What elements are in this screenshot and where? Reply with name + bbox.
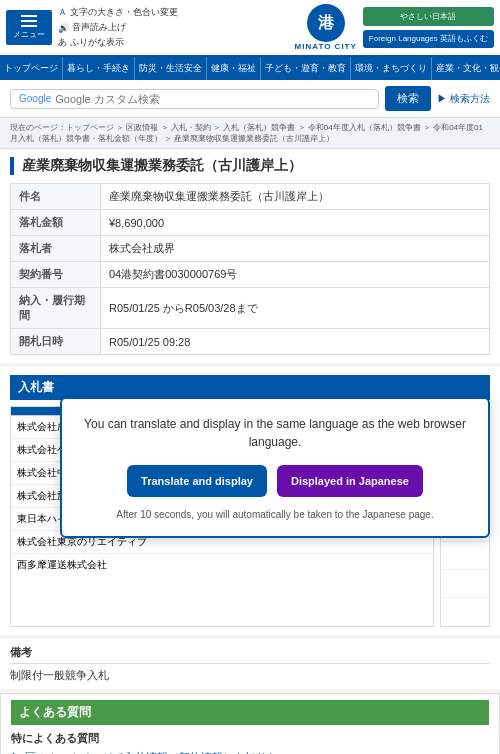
label-date: 開札日時 <box>11 329 101 355</box>
list-item: 西多摩運送株式会社 <box>11 554 433 576</box>
search-button[interactable]: 検索 <box>385 86 431 111</box>
value-date: R05/01/25 09:28 <box>101 329 490 355</box>
logo-subtitle: MINATO CITY <box>295 42 357 51</box>
nav-item-children[interactable]: 子ども・遊育・教育 <box>261 57 351 80</box>
page-header: メニュー Ａ 文字の大きさ・色合い変更 🔊 音声読み上げ あ ふりがな表示 港 … <box>0 0 500 57</box>
nav-item-environment[interactable]: 環境・まちづくり <box>351 57 432 80</box>
menu-button[interactable]: メニュー <box>6 10 52 45</box>
header-controls: Ａ 文字の大きさ・色合い変更 🔊 音声読み上げ あ ふりがな表示 <box>58 6 289 49</box>
label-name: 件名 <box>11 184 101 210</box>
search-method-link[interactable]: ▶ 検索方法 <box>437 92 490 106</box>
table-row: 納入・履行期間 R05/01/25 からR05/03/28まで <box>11 288 490 329</box>
label-period: 納入・履行期間 <box>11 288 101 329</box>
bid-section: 入札書 株式会社成界 株式会社ケイミックス 株式会社中田廃棄 渋谷支店 株式会社… <box>0 367 500 635</box>
nav-item-health[interactable]: 健康・福祉 <box>207 57 261 80</box>
value-contract: 04港契約書0030000769号 <box>101 262 490 288</box>
modal-message: You can translate and display in the sam… <box>78 415 472 451</box>
displayed-in-japanese-button[interactable]: Displayed in Japanese <box>277 465 423 497</box>
info-table: 件名 産業廃棄物収集運搬業務委託（古川護岸上） 落札金額 ¥8,690,000 … <box>10 183 490 355</box>
remarks-value: 制限付一般競争入札 <box>10 668 490 683</box>
breadcrumb: 現在のページ：トップページ ＞ 区政情報 ＞ 入札・契約 ＞ 入札（落札）競争書… <box>0 118 500 149</box>
modal-note: After 10 seconds, you will automatically… <box>78 509 472 520</box>
nav-item-top[interactable]: トップページ <box>0 57 63 80</box>
translate-display-button[interactable]: Translate and display <box>127 465 267 497</box>
logo-emblem: 港 <box>307 4 345 42</box>
faq-link-1[interactable]: ▶ 区のホームページで入札情報（契約情報）を知りたい。 <box>11 750 489 754</box>
translation-modal: You can translate and display in the sam… <box>60 397 490 538</box>
furigana-btn[interactable]: あ ふりがな表示 <box>58 36 289 49</box>
value-period: R05/01/25 からR05/03/28まで <box>101 288 490 329</box>
jp-lang-btn[interactable]: やさしい日本語 <box>363 7 494 26</box>
search-input[interactable] <box>55 93 370 105</box>
table-row: 件名 産業廃棄物収集運搬業務委託（古川護岸上） <box>11 184 490 210</box>
table-row: 落札金額 ¥8,690,000 <box>11 210 490 236</box>
remarks-title: 備考 <box>10 645 490 664</box>
label-winner: 落札者 <box>11 236 101 262</box>
table-row: 落札者 株式会社成界 <box>11 236 490 262</box>
label-contract: 契約番号 <box>11 262 101 288</box>
table-row: 開札日時 R05/01/25 09:28 <box>11 329 490 355</box>
modal-buttons: Translate and display Displayed in Japan… <box>78 465 472 497</box>
furigana-icon: あ <box>58 36 67 49</box>
search-input-wrap: Google <box>10 89 379 109</box>
table-row: 契約番号 04港契約書0030000769号 <box>11 262 490 288</box>
google-label: Google <box>19 93 51 104</box>
main-nav: トップページ 暮らし・手続き 防災・生活安全 健康・福祉 子ども・遊育・教育 環… <box>0 57 500 80</box>
font-icon: Ａ <box>58 6 67 19</box>
language-buttons: やさしい日本語 Foreign Languages 英語もふくむ <box>363 7 494 48</box>
page-title: 産業廃棄物収集運搬業務委託（古川護岸上） <box>10 157 490 175</box>
foreign-lang-btn[interactable]: Foreign Languages 英語もふくむ <box>363 30 494 48</box>
menu-label: メニュー <box>13 29 45 40</box>
label-price: 落札金額 <box>11 210 101 236</box>
search-bar: Google 検索 ▶ 検索方法 <box>0 80 500 118</box>
value-name: 産業廃棄物収集運搬業務委託（古川護岸上） <box>101 184 490 210</box>
font-change-btn[interactable]: Ａ 文字の大きさ・色合い変更 <box>58 6 289 19</box>
value-price: ¥8,690,000 <box>101 210 490 236</box>
faq-label: 特によくある質問 <box>11 731 489 746</box>
faq-title: よくある質問 <box>11 700 489 725</box>
faq-section: よくある質問 特によくある質問 ▶ 区のホームページで入札情報（契約情報）を知り… <box>0 693 500 754</box>
nav-item-industry[interactable]: 産業・文化・観光 <box>432 57 500 80</box>
audio-btn[interactable]: 🔊 音声読み上げ <box>58 21 289 34</box>
audio-icon: 🔊 <box>58 23 69 33</box>
nav-item-life[interactable]: 暮らし・手続き <box>63 57 135 80</box>
hamburger-icon <box>21 15 37 27</box>
page-content: 産業廃棄物収集運搬業務委託（古川護岸上） 件名 産業廃棄物収集運搬業務委託（古川… <box>0 149 500 363</box>
value-winner: 株式会社成界 <box>101 236 490 262</box>
nav-item-disaster[interactable]: 防災・生活安全 <box>135 57 207 80</box>
site-logo: 港 MINATO CITY <box>295 4 357 51</box>
remarks-section: 備考 制限付一般競争入札 <box>0 639 500 689</box>
